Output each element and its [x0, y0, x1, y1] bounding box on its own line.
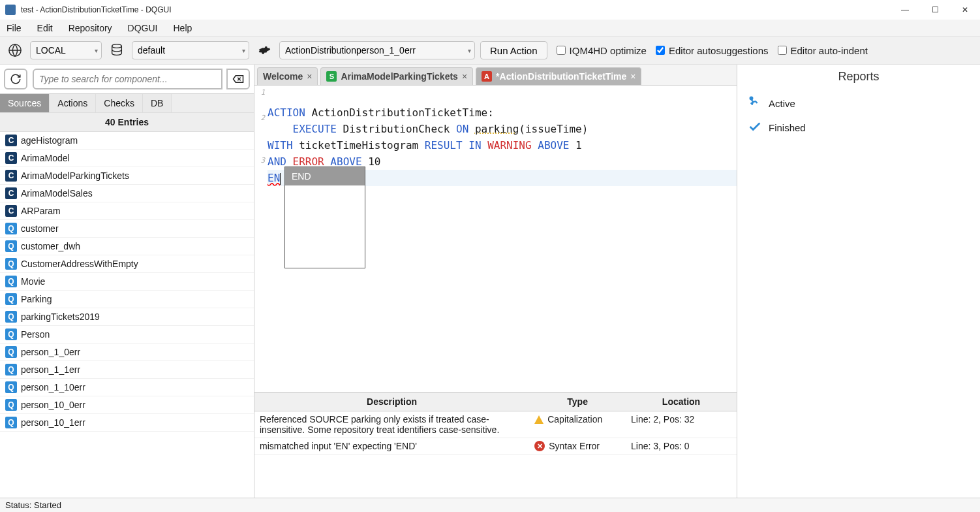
list-item-label: customer_dwh — [21, 241, 80, 251]
editor-tab[interactable]: SArimaModelParkingTickets× — [320, 67, 473, 85]
autocomplete-item[interactable]: END — [285, 167, 365, 185]
check-badge-icon: C — [5, 135, 17, 146]
list-item-label: Parking — [21, 294, 52, 304]
line-number: 3 — [254, 156, 265, 165]
problem-row[interactable]: mismatched input 'EN' expecting 'END'✕Sy… — [254, 438, 737, 455]
code-editor[interactable]: 1 2 3 ACTION ActionDistributionTicketTim… — [254, 85, 737, 392]
list-item-label: ArimaModel — [21, 153, 70, 163]
list-item[interactable]: QparkingTickets2019 — [0, 308, 254, 326]
autoindent-checkbox[interactable]: Editor auto-indent — [778, 45, 868, 56]
list-item[interactable]: Qperson_10_1err — [0, 414, 254, 432]
autocomplete-popup[interactable]: END — [284, 167, 365, 268]
report-item-label: Active — [769, 98, 795, 109]
tab-sources[interactable]: Sources — [0, 94, 50, 112]
query-badge-icon: Q — [5, 328, 17, 340]
list-item-label: person_1_0err — [21, 347, 80, 357]
close-button[interactable]: ✕ — [950, 0, 980, 20]
action-select[interactable]: ActionDistributionperson_1_0err — [279, 41, 475, 59]
list-item-label: person_10_0err — [21, 400, 85, 410]
list-item[interactable]: QMovie — [0, 273, 254, 291]
toolbar: LOCAL default ActionDistributionperson_1… — [0, 37, 980, 65]
check-badge-icon: C — [5, 205, 17, 217]
list-item[interactable]: Qperson_10_0err — [0, 396, 254, 414]
menu-repository[interactable]: Repository — [69, 23, 112, 33]
list-item[interactable]: Qcustomer — [0, 220, 254, 238]
menubar: File Edit Repository DQGUI Help — [0, 20, 980, 37]
list-item-label: Person — [21, 329, 50, 340]
editor-tab[interactable]: A*ActionDistributionTicketTime× — [476, 67, 641, 85]
globe-icon[interactable] — [5, 40, 25, 60]
list-item[interactable]: CARParam — [0, 202, 254, 220]
clear-search-button[interactable] — [226, 69, 250, 89]
close-tab-icon[interactable]: × — [630, 71, 635, 82]
query-badge-icon: Q — [5, 346, 17, 358]
search-input[interactable] — [33, 69, 222, 89]
list-item-label: ArimaModelSales — [21, 188, 93, 199]
list-item[interactable]: Qperson_1_10err — [0, 379, 254, 396]
database-icon[interactable] — [107, 40, 127, 60]
report-item[interactable]: Active — [748, 91, 970, 116]
query-badge-icon: Q — [5, 276, 17, 287]
list-item-label: ageHistogram — [21, 135, 78, 146]
optimize-checkbox[interactable]: IQM4HD optimize — [557, 45, 647, 56]
tab-db[interactable]: DB — [143, 94, 172, 112]
menu-help[interactable]: Help — [174, 23, 192, 33]
problem-desc: mismatched input 'EN' expecting 'END' — [254, 438, 529, 455]
query-badge-icon: Q — [5, 311, 17, 323]
problem-loc: Line: 2, Pos: 32 — [626, 411, 737, 438]
report-item[interactable]: Finished — [748, 116, 970, 140]
list-item-label: ArimaModelParkingTickets — [21, 170, 129, 181]
maximize-button[interactable]: ☐ — [920, 0, 950, 20]
list-item[interactable]: CArimaModel — [0, 150, 254, 167]
problem-row[interactable]: Referenced SOURCE parking only exists if… — [254, 411, 737, 438]
db-select[interactable]: default — [132, 41, 249, 59]
menu-file[interactable]: File — [7, 23, 22, 33]
menu-dqgui[interactable]: DQGUI — [128, 23, 158, 33]
close-tab-icon[interactable]: × — [462, 71, 467, 82]
close-tab-icon[interactable]: × — [307, 71, 312, 82]
list-item[interactable]: Qcustomer_dwh — [0, 238, 254, 255]
list-item[interactable]: CArimaModelParkingTickets — [0, 167, 254, 185]
list-item[interactable]: QCustomerAddressWithEmpty — [0, 255, 254, 273]
titlebar: test - ActionDistributionTicketTime - DQ… — [0, 0, 980, 20]
list-item[interactable]: CArimaModelSales — [0, 185, 254, 202]
list-item[interactable]: CageHistogram — [0, 132, 254, 150]
list-item[interactable]: QPerson — [0, 326, 254, 344]
tab-type-badge-icon: S — [326, 71, 337, 82]
line-number: 1 — [254, 88, 265, 97]
line-number: 2 — [254, 114, 265, 122]
list-header: 40 Entries — [0, 112, 254, 132]
query-badge-icon: Q — [5, 223, 17, 234]
autosuggest-checkbox[interactable]: Editor autosuggestions — [656, 45, 769, 56]
editor-tabs: Welcome×SArimaModelParkingTickets×A*Acti… — [254, 65, 737, 85]
refresh-button[interactable] — [4, 69, 27, 89]
query-badge-icon: Q — [5, 240, 17, 252]
tab-checks[interactable]: Checks — [96, 94, 143, 112]
list-item[interactable]: Qperson_1_1err — [0, 361, 254, 379]
editor-tab[interactable]: Welcome× — [257, 67, 318, 85]
left-pane: Sources Actions Checks DB 40 Entries Cag… — [0, 65, 254, 498]
list-item[interactable]: QParking — [0, 291, 254, 308]
app-icon — [5, 5, 16, 15]
problem-type: Capitalization — [529, 411, 626, 438]
col-description: Description — [254, 392, 529, 411]
tab-actions[interactable]: Actions — [50, 94, 96, 112]
list-item-label: parkingTickets2019 — [21, 312, 100, 322]
list-item-label: person_1_1err — [21, 364, 80, 375]
menu-edit[interactable]: Edit — [37, 23, 53, 33]
settings-gear-icon[interactable] — [254, 40, 274, 60]
problems-panel: Description Type Location Referenced SOU… — [254, 392, 737, 498]
query-badge-icon: Q — [5, 381, 17, 393]
query-badge-icon: Q — [5, 293, 17, 305]
editor-tab-label: ArimaModelParkingTickets — [341, 71, 457, 82]
svg-point-1 — [112, 44, 122, 48]
list-item-label: Movie — [21, 276, 45, 287]
list-item[interactable]: Qperson_1_0err — [0, 344, 254, 361]
query-badge-icon: Q — [5, 364, 17, 376]
report-item-label: Finished — [769, 122, 806, 133]
minimize-button[interactable]: — — [890, 0, 920, 20]
run-action-button[interactable]: Run Action — [480, 41, 547, 59]
component-list[interactable]: CageHistogramCArimaModelCArimaModelParki… — [0, 132, 254, 498]
env-select[interactable]: LOCAL — [30, 41, 102, 59]
reports-pane: Reports ActiveFinished — [737, 65, 980, 498]
